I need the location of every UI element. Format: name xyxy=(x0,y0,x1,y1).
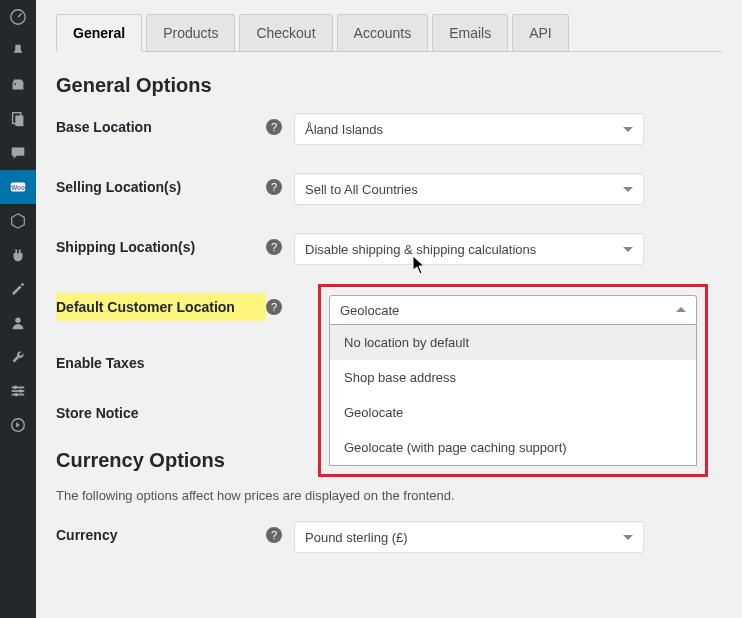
help-icon[interactable]: ? xyxy=(266,239,282,255)
tab-emails[interactable]: Emails xyxy=(432,14,508,51)
settings-icon[interactable] xyxy=(0,374,36,408)
svg-point-5 xyxy=(15,318,20,323)
svg-point-11 xyxy=(14,393,18,397)
help-icon[interactable]: ? xyxy=(266,299,282,315)
annotation-highlight-box: Geolocate No location by default Shop ba… xyxy=(318,284,708,477)
media-icon[interactable] xyxy=(0,68,36,102)
help-icon[interactable]: ? xyxy=(266,179,282,195)
help-icon[interactable]: ? xyxy=(266,527,282,543)
tab-accounts[interactable]: Accounts xyxy=(337,14,429,51)
tab-checkout[interactable]: Checkout xyxy=(239,14,332,51)
products-icon[interactable] xyxy=(0,204,36,238)
chevron-down-icon xyxy=(623,187,633,197)
label-currency: Currency xyxy=(56,521,266,543)
svg-point-10 xyxy=(19,389,23,393)
woocommerce-icon[interactable]: Woo xyxy=(0,170,36,204)
row-selling-locations: Selling Location(s) ? Sell to All Countr… xyxy=(56,173,722,205)
option-shop-base[interactable]: Shop base address xyxy=(330,360,696,395)
row-shipping-locations: Shipping Location(s) ? Disable shipping … xyxy=(56,233,722,265)
collapse-icon[interactable] xyxy=(0,408,36,442)
help-icon[interactable]: ? xyxy=(266,119,282,135)
chevron-down-icon xyxy=(623,535,633,545)
tab-general[interactable]: General xyxy=(56,14,142,52)
select-value: Åland Islands xyxy=(305,122,383,137)
tab-api[interactable]: API xyxy=(512,14,569,51)
svg-rect-2 xyxy=(15,115,23,126)
settings-tabs: General Products Checkout Accounts Email… xyxy=(56,14,722,52)
tab-products[interactable]: Products xyxy=(146,14,235,51)
label-store-notice: Store Notice xyxy=(56,399,266,421)
select-value: Pound sterling (£) xyxy=(305,530,408,545)
option-geolocate-caching[interactable]: Geolocate (with page caching support) xyxy=(330,430,696,465)
option-geolocate[interactable]: Geolocate xyxy=(330,395,696,430)
general-options-heading: General Options xyxy=(56,74,722,97)
label-shipping-locations: Shipping Location(s) xyxy=(56,233,266,255)
chevron-down-icon xyxy=(623,247,633,257)
plugins-icon[interactable] xyxy=(0,238,36,272)
comments-icon[interactable] xyxy=(0,136,36,170)
users-icon[interactable] xyxy=(0,306,36,340)
select-default-customer-location[interactable]: Geolocate xyxy=(329,295,697,325)
label-selling-locations: Selling Location(s) xyxy=(56,173,266,195)
dropdown-default-customer-location: No location by default Shop base address… xyxy=(329,325,697,466)
select-value: Sell to All Countries xyxy=(305,182,418,197)
chevron-down-icon xyxy=(623,127,633,137)
select-shipping-locations[interactable]: Disable shipping & shipping calculations xyxy=(294,233,644,265)
admin-sidebar: Woo xyxy=(0,0,36,618)
label-default-customer-location: Default Customer Location xyxy=(56,293,266,321)
select-value: Disable shipping & shipping calculations xyxy=(305,242,536,257)
pin-icon[interactable] xyxy=(0,34,36,68)
tools-icon[interactable] xyxy=(0,340,36,374)
svg-point-9 xyxy=(14,386,18,390)
option-no-location[interactable]: No location by default xyxy=(330,325,696,360)
currency-options-description: The following options affect how prices … xyxy=(56,488,722,503)
chevron-up-icon xyxy=(676,302,686,312)
row-base-location: Base Location ? Åland Islands xyxy=(56,113,722,145)
label-enable-taxes: Enable Taxes xyxy=(56,349,266,371)
label-base-location: Base Location xyxy=(56,113,266,135)
appearance-icon[interactable] xyxy=(0,272,36,306)
row-currency: Currency ? Pound sterling (£) xyxy=(56,521,722,553)
pages-icon[interactable] xyxy=(0,102,36,136)
select-base-location[interactable]: Åland Islands xyxy=(294,113,644,145)
svg-text:Woo: Woo xyxy=(11,184,25,191)
select-selling-locations[interactable]: Sell to All Countries xyxy=(294,173,644,205)
select-value: Geolocate xyxy=(340,303,399,318)
dashboard-icon[interactable] xyxy=(0,0,36,34)
select-currency[interactable]: Pound sterling (£) xyxy=(294,521,644,553)
